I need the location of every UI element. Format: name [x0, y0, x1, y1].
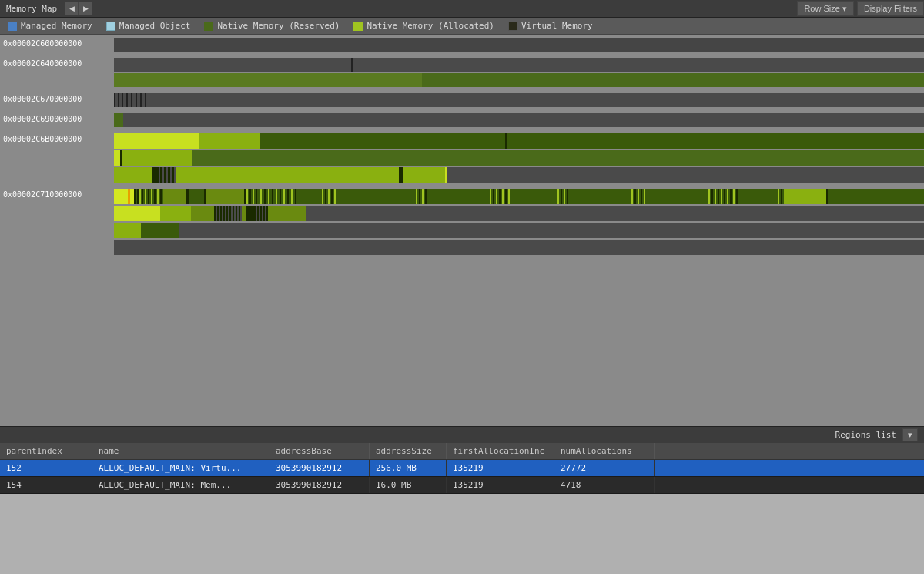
svg-rect-145	[266, 206, 268, 221]
svg-rect-119	[781, 189, 782, 204]
svg-rect-100	[570, 189, 631, 204]
display-filters-button[interactable]: Display Filters	[857, 1, 924, 16]
table-row[interactable]: 152 ALLOC_DEFAULT_MAIN: Virtu... 3053990…	[0, 460, 924, 477]
svg-rect-36	[176, 167, 245, 183]
td-addr-base-1: 3053990182912	[270, 477, 370, 493]
svg-rect-123	[114, 206, 924, 221]
svg-rect-71	[280, 189, 281, 204]
svg-rect-127	[214, 206, 216, 221]
svg-rect-55	[160, 189, 162, 204]
svg-rect-128	[217, 206, 219, 221]
svg-rect-124	[114, 206, 160, 221]
svg-rect-40	[445, 167, 447, 183]
svg-rect-83	[416, 189, 417, 204]
svg-rect-47	[137, 189, 139, 204]
svg-rect-80	[331, 189, 333, 204]
td-parent-index-0: 152	[0, 460, 92, 476]
svg-rect-120	[784, 189, 826, 204]
nav-next-button[interactable]: ▶	[79, 2, 92, 15]
svg-rect-110	[718, 189, 719, 204]
svg-rect-1	[114, 38, 924, 52]
svg-rect-70	[276, 189, 277, 204]
svg-rect-61	[244, 189, 246, 204]
svg-rect-150	[114, 240, 924, 255]
bar-row-3-0	[114, 113, 924, 127]
svg-rect-133	[233, 206, 234, 221]
svg-rect-27	[192, 150, 924, 166]
svg-rect-12	[136, 93, 137, 107]
svg-rect-29	[114, 167, 152, 183]
svg-rect-77	[322, 189, 323, 204]
svg-rect-79	[328, 189, 330, 204]
svg-rect-67	[264, 189, 266, 204]
legend-bar: Managed Memory Managed Object Native Mem…	[0, 18, 924, 35]
svg-rect-6	[114, 93, 924, 107]
svg-rect-74	[291, 189, 293, 204]
svg-rect-19	[199, 133, 260, 149]
addr-group-0: 0x00002C600000000	[0, 35, 924, 55]
native-allocated-color-swatch	[353, 22, 363, 31]
th-address-base: addressBase	[270, 443, 370, 459]
svg-rect-97	[561, 189, 562, 204]
svg-rect-3	[351, 58, 353, 72]
svg-rect-51	[148, 189, 149, 204]
svg-rect-106	[647, 189, 708, 204]
app-title: Memory Map	[0, 4, 63, 14]
svg-rect-137	[246, 206, 248, 221]
addr-label-0: 0x00002C600000000	[0, 38, 114, 48]
svg-rect-31	[156, 167, 159, 183]
svg-rect-99	[567, 189, 568, 204]
td-num-alloc-0: 27772	[554, 460, 654, 476]
svg-rect-129	[220, 206, 222, 221]
bars-col-1	[114, 58, 924, 87]
svg-rect-111	[721, 189, 722, 204]
svg-rect-107	[708, 189, 710, 204]
svg-rect-90	[496, 189, 497, 204]
td-addr-size-0: 256.0 MB	[370, 460, 447, 476]
addr-label-4: 0x00002C6B0000000	[0, 133, 114, 143]
svg-rect-46	[134, 189, 136, 204]
memory-map-area[interactable]: 0x00002C600000000 0x00002C640000000	[0, 35, 924, 426]
svg-rect-78	[325, 189, 326, 204]
svg-rect-62	[246, 189, 248, 204]
svg-rect-86	[425, 189, 427, 204]
td-addr-size-1: 16.0 MB	[370, 477, 447, 493]
svg-rect-53	[154, 189, 156, 204]
nav-prev-button[interactable]: ◀	[65, 2, 79, 15]
svg-rect-139	[251, 206, 253, 221]
svg-rect-143	[260, 206, 262, 221]
svg-rect-146	[268, 206, 306, 221]
svg-rect-11	[131, 93, 132, 107]
native-allocated-label: Native Memory (Allocated)	[367, 21, 494, 31]
svg-rect-25	[120, 150, 122, 166]
svg-rect-108	[711, 189, 713, 204]
svg-rect-72	[283, 189, 285, 204]
svg-rect-63	[249, 189, 251, 204]
svg-rect-24	[114, 150, 120, 166]
addr-group-1: 0x00002C640000000	[0, 55, 924, 90]
legend-managed-memory: Managed Memory	[8, 21, 92, 31]
bars-col-3	[114, 113, 924, 127]
svg-rect-142	[257, 206, 259, 221]
table-row[interactable]: 154 ALLOC_DEFAULT_MAIN: Mem... 305399018…	[0, 477, 924, 494]
td-name-1: ALLOC_DEFAULT_MAIN: Mem...	[92, 477, 270, 493]
regions-dropdown-button[interactable]: ▾	[902, 428, 918, 441]
svg-rect-57	[186, 189, 189, 204]
svg-rect-64	[253, 189, 254, 204]
row-size-button[interactable]: Row Size ▾	[797, 1, 854, 16]
svg-rect-112	[724, 189, 725, 204]
regions-list-header: Regions list ▾	[0, 426, 924, 443]
svg-rect-49	[142, 189, 143, 204]
svg-rect-37	[245, 167, 399, 183]
svg-rect-75	[295, 189, 296, 204]
native-reserved-color-swatch	[204, 22, 213, 31]
svg-rect-114	[730, 189, 732, 204]
svg-rect-113	[727, 189, 728, 204]
svg-rect-105	[644, 189, 645, 204]
td-addr-base-0: 3053990182912	[270, 460, 370, 476]
regions-list-label: Regions list	[835, 430, 896, 440]
svg-rect-66	[260, 189, 262, 204]
svg-rect-84	[419, 189, 420, 204]
svg-rect-87	[428, 189, 490, 204]
addr-label-2: 0x00002C670000000	[0, 93, 114, 103]
